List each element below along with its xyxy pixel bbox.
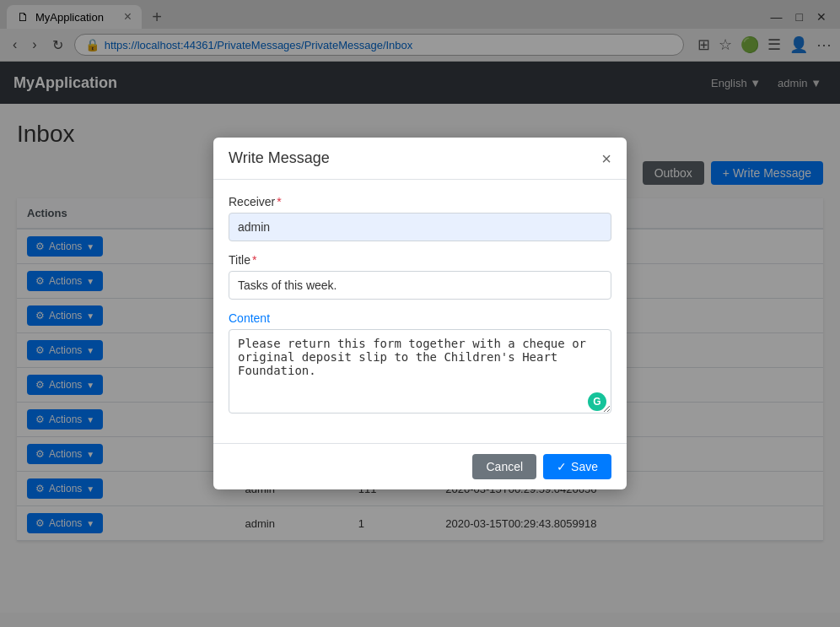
modal-footer: Cancel ✓ Save [213,443,627,489]
title-group: Title* [229,253,611,300]
title-label: Title* [229,253,611,267]
write-message-modal: Write Message × Receiver* Title* [213,138,627,489]
modal-title: Write Message [229,149,330,167]
textarea-wrapper: G [229,329,611,416]
content-textarea[interactable] [229,329,611,413]
title-input[interactable] [229,271,611,300]
modal-header: Write Message × [213,138,627,180]
save-label: Save [571,460,598,473]
receiver-input[interactable] [229,213,611,241]
receiver-label: Receiver* [229,195,611,208]
main-content: Inbox Outbox + Write Message Actions Fro… [0,104,840,613]
modal-close-button[interactable]: × [601,150,611,167]
content-label: Content [229,311,611,325]
receiver-group: Receiver* [229,195,611,241]
grammarly-icon: G [588,392,606,411]
modal-overlay[interactable]: Write Message × Receiver* Title* [0,0,840,613]
modal-body: Receiver* Title* Content G [213,180,627,443]
save-check-icon: ✓ [557,460,567,473]
content-group: Content G [229,311,611,416]
cancel-button[interactable]: Cancel [472,454,536,479]
save-button[interactable]: ✓ Save [543,454,611,479]
